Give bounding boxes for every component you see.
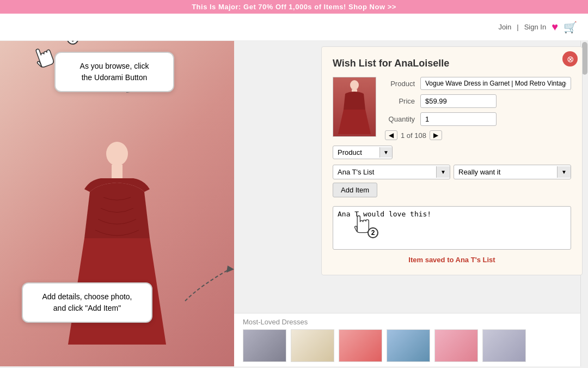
svg-rect-1 bbox=[112, 165, 122, 178]
product-thumbnails-row bbox=[243, 329, 579, 362]
header-separator: | bbox=[517, 23, 518, 31]
mini-product-3[interactable] bbox=[339, 329, 382, 362]
close-icon: ⊗ bbox=[567, 54, 574, 64]
quantity-input[interactable] bbox=[420, 112, 497, 126]
sign-in-link[interactable]: Sign In bbox=[524, 23, 546, 31]
product-image-area: As you browse, clickthe Udorami Button 1… bbox=[0, 41, 234, 366]
product-label: Product bbox=[385, 80, 420, 88]
list-dropdown-arrow: ▼ bbox=[436, 166, 450, 178]
add-item-button[interactable]: Add Item bbox=[333, 183, 377, 197]
quantity-label: Quantity bbox=[385, 115, 420, 123]
product-thumb-area: Product Price Quantity ◀ 1 of 108 ▶ bbox=[333, 77, 571, 140]
add-item-container: Add Item 2 bbox=[333, 183, 377, 202]
dropdowns-row: Ana T's List My Wish List ▼ Really want … bbox=[333, 165, 571, 179]
product-type-wrapper: Product Service Gift Card ▼ bbox=[333, 146, 393, 159]
priority-select[interactable]: Really want it Nice to have Must have bbox=[454, 165, 557, 179]
wishlist-close-button[interactable]: ⊗ bbox=[562, 51, 578, 67]
banner-text: This Is Major: Get 70% Off 1,000s of Ite… bbox=[192, 3, 396, 11]
product-type-row: Product Service Gift Card ▼ bbox=[333, 146, 571, 159]
product-thumbnail bbox=[333, 77, 376, 137]
mini-product-6[interactable] bbox=[482, 329, 526, 362]
svg-point-4 bbox=[350, 80, 359, 90]
pagination-text: 1 of 108 bbox=[401, 131, 426, 140]
wishlist-panel: ⊗ Wish List for AnaLoiselle Product bbox=[321, 46, 583, 275]
mini-product-4[interactable] bbox=[387, 329, 430, 362]
price-label: Price bbox=[385, 97, 420, 105]
next-button[interactable]: ▶ bbox=[430, 130, 442, 140]
quantity-row: Quantity bbox=[385, 112, 571, 126]
mini-product-1[interactable] bbox=[243, 329, 286, 362]
form-fields: Product Price Quantity ◀ 1 of 108 ▶ bbox=[385, 77, 571, 140]
top-banner[interactable]: This Is Major: Get 70% Off 1,000s of Ite… bbox=[0, 0, 588, 14]
hand-2-number: 2 bbox=[367, 227, 378, 238]
arrow-2-svg bbox=[180, 263, 234, 306]
price-row: Price bbox=[385, 94, 571, 108]
main-area: As you browse, clickthe Udorami Button 1… bbox=[0, 41, 588, 366]
prev-button[interactable]: ◀ bbox=[385, 130, 397, 140]
pagination-row: ◀ 1 of 108 ▶ bbox=[385, 130, 571, 140]
svg-marker-3 bbox=[226, 266, 234, 273]
mini-product-5[interactable] bbox=[434, 329, 478, 362]
list-dropdown-wrapper: Ana T's List My Wish List ▼ bbox=[333, 165, 450, 179]
product-type-select[interactable]: Product Service Gift Card bbox=[333, 146, 379, 159]
product-type-arrow: ▼ bbox=[379, 147, 392, 158]
success-message: Item saved to Ana T's List bbox=[333, 256, 571, 264]
join-link[interactable]: Join bbox=[498, 23, 511, 31]
tooltip-add-details: Add details, choose photo,and click "Add… bbox=[22, 282, 152, 323]
list-select[interactable]: Ana T's List My Wish List bbox=[333, 165, 436, 179]
tooltip-browse: As you browse, clickthe Udorami Button bbox=[54, 52, 174, 92]
heart-icon[interactable]: ♥ bbox=[552, 21, 558, 33]
mini-product-2[interactable] bbox=[291, 329, 334, 362]
most-loved-title: Most-Loved Dresses bbox=[243, 318, 579, 326]
price-input[interactable] bbox=[420, 94, 497, 108]
wishlist-title: Wish List for AnaLoiselle bbox=[333, 58, 571, 69]
bottom-products-section: Most-Loved Dresses bbox=[234, 313, 588, 366]
product-input[interactable] bbox=[420, 77, 571, 90]
tooltip-1-text: As you browse, clickthe Udorami Button bbox=[80, 62, 149, 82]
priority-dropdown-arrow: ▼ bbox=[557, 166, 571, 178]
dress-svg bbox=[57, 137, 177, 366]
hand-cursor-2: 2 bbox=[350, 207, 374, 236]
thumb-dress-svg bbox=[335, 80, 373, 134]
priority-dropdown-wrapper: Really want it Nice to have Must have ▼ bbox=[454, 165, 571, 179]
header-nav: Join | Sign In ♥ 🛒 bbox=[498, 21, 577, 34]
svg-point-0 bbox=[106, 142, 128, 166]
header: Join | Sign In ♥ 🛒 bbox=[0, 14, 588, 41]
cart-icon[interactable]: 🛒 bbox=[564, 21, 577, 34]
product-row: Product bbox=[385, 77, 571, 90]
scrollbar-thumb[interactable] bbox=[582, 42, 587, 75]
tooltip-2-text: Add details, choose photo,and click "Add… bbox=[42, 292, 132, 312]
